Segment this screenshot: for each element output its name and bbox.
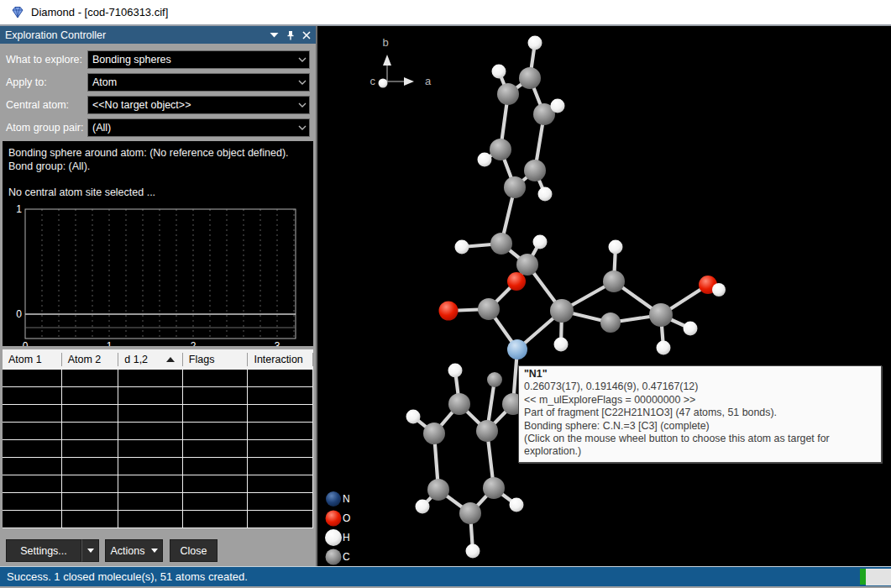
atom-H[interactable] [609, 240, 623, 255]
table-cell [248, 440, 313, 457]
atom-H[interactable] [510, 498, 524, 512]
column-header-flags[interactable]: Flags [183, 353, 249, 366]
atom-H[interactable] [406, 410, 421, 424]
molecule-render[interactable]: bacNOHC [317, 26, 891, 566]
table-cell [118, 475, 183, 492]
table-row[interactable] [3, 440, 313, 458]
bonds-table-body [3, 370, 313, 528]
atom-H[interactable] [478, 153, 492, 167]
atom-C[interactable] [490, 139, 511, 160]
atom-H[interactable] [554, 338, 569, 352]
atom-H[interactable] [533, 235, 548, 249]
table-cell [62, 423, 119, 439]
panel-header: Exploration Controller [0, 26, 316, 44]
atom-C[interactable] [490, 233, 512, 255]
table-row[interactable] [3, 511, 313, 528]
atom-C[interactable] [603, 270, 625, 292]
table-cell [118, 405, 183, 422]
close-button[interactable]: Close [170, 539, 218, 562]
table-cell [183, 423, 249, 439]
atom-C[interactable] [423, 423, 445, 444]
table-row[interactable] [3, 493, 313, 511]
pin-icon[interactable] [286, 30, 295, 40]
panel-menu-chevron-icon[interactable] [270, 32, 279, 38]
table-row[interactable] [3, 423, 313, 440]
atom-C[interactable] [550, 299, 574, 323]
table-cell [3, 458, 62, 475]
table-row[interactable] [3, 405, 313, 423]
table-row[interactable] [3, 387, 313, 405]
what-to-explore-select[interactable]: Bonding spheres [87, 50, 310, 69]
table-cell [62, 405, 119, 422]
app-window: Diamond - [cod-7106313.cif] Exploration … [0, 0, 891, 586]
atom-N[interactable] [507, 339, 527, 360]
legend-sphere-N [326, 491, 341, 507]
field-apply-to: Apply to: Atom [6, 73, 310, 92]
distance-histogram-chart[interactable]: 012310 [3, 200, 315, 346]
atom-C[interactable] [476, 420, 498, 442]
atom-H[interactable] [492, 65, 506, 79]
atom-H[interactable] [448, 364, 463, 378]
central-atom-select[interactable]: <<No target object>> [87, 96, 310, 114]
table-cell [118, 423, 183, 439]
atom-group-pair-select[interactable]: (All) [87, 118, 310, 137]
atom-C[interactable] [478, 298, 500, 320]
atom-C[interactable] [459, 502, 481, 524]
atom-C[interactable] [487, 372, 502, 387]
atom-H[interactable] [538, 187, 553, 202]
legend-sphere-H [325, 529, 342, 546]
bonds-table: Atom 1Atom 2d 1,2FlagsInteraction [3, 349, 313, 528]
table-cell [248, 405, 313, 422]
atom-H[interactable] [528, 36, 542, 50]
atom-H[interactable] [466, 544, 480, 559]
structure-viewer[interactable]: bacNOHC "N1" 0.26073(17), 0.19146(9), 0.… [317, 26, 891, 566]
atom-C[interactable] [483, 477, 505, 499]
table-row[interactable] [3, 475, 313, 493]
table-cell [3, 475, 62, 492]
close-icon[interactable] [302, 31, 311, 39]
table-cell [183, 370, 249, 386]
table-row[interactable] [3, 370, 313, 387]
actions-button[interactable]: Actions [105, 539, 163, 562]
legend-sphere-O [326, 511, 342, 527]
table-cell [248, 458, 313, 475]
atom-C[interactable] [600, 312, 621, 333]
settings-button[interactable]: Settings... [6, 539, 81, 562]
atom-C[interactable] [427, 479, 449, 501]
atom-O[interactable] [439, 302, 459, 321]
table-cell [3, 387, 62, 404]
atom-H[interactable] [455, 240, 469, 255]
column-header-d-1-2[interactable]: d 1,2 [118, 353, 183, 366]
table-cell [183, 387, 249, 404]
atom-H[interactable] [712, 283, 726, 297]
tooltip-atom-name: "N1" [524, 368, 876, 381]
atom-C[interactable] [524, 160, 546, 181]
settings-dropdown-button[interactable] [81, 539, 99, 562]
atom-H[interactable] [684, 322, 698, 336]
panel-body: What to explore: Bonding spheres Apply t… [0, 44, 316, 562]
what-to-explore-label: What to explore: [6, 54, 87, 66]
exploration-controller-panel: Exploration Controller What to explore: … [0, 26, 317, 566]
atom-H[interactable] [657, 341, 671, 355]
atom-C[interactable] [497, 83, 519, 105]
column-header-interaction[interactable]: Interaction [248, 353, 313, 366]
table-row[interactable] [3, 458, 313, 475]
table-cell [62, 511, 119, 528]
atom-H[interactable] [551, 99, 565, 113]
apply-to-select[interactable]: Atom [87, 73, 310, 92]
bonds-table-header: Atom 1Atom 2d 1,2FlagsInteraction [3, 349, 313, 370]
table-cell [118, 511, 183, 528]
atom-C[interactable] [504, 176, 526, 198]
chevron-down-icon [87, 549, 94, 553]
actions-button-label: Actions [111, 545, 145, 557]
atom-C[interactable] [516, 254, 538, 276]
atom-H[interactable] [416, 500, 430, 514]
no-central-atom-text: No central atom site selected ... [8, 186, 308, 198]
table-cell [248, 493, 313, 510]
atom-C[interactable] [519, 67, 541, 89]
column-header-atom-2[interactable]: Atom 2 [62, 353, 119, 366]
atom-O[interactable] [507, 272, 526, 291]
atom-C[interactable] [448, 393, 470, 415]
column-header-atom-1[interactable]: Atom 1 [3, 353, 62, 366]
atom-C[interactable] [649, 303, 673, 327]
